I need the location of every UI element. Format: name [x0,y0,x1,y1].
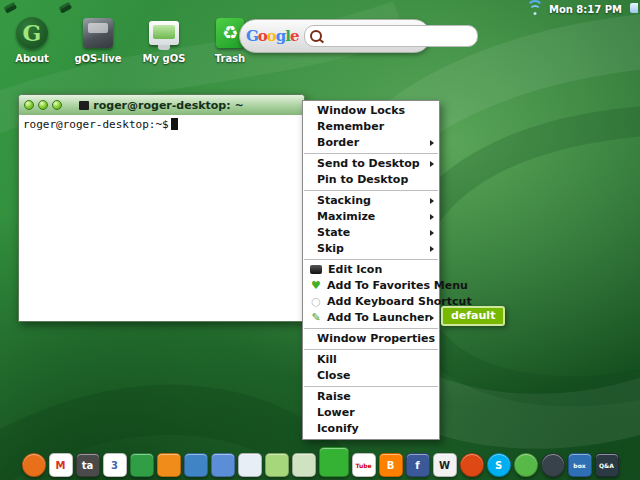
menu-item-add-to-favorites[interactable]: ♥Add To Favorites Menu [303,278,439,294]
dock-icon-faded-app[interactable] [292,453,316,477]
terminal-body[interactable]: roger@roger-desktop:~$ [19,115,304,320]
dock-icon-gmail[interactable]: M [49,453,73,477]
dock-icon-skype[interactable]: S [487,453,511,477]
monitor-icon [149,21,179,45]
submenu-arrow-icon [430,198,434,204]
dock: Mta3TubeBfWSboxQ&A [0,447,640,477]
clock-area: Mon 8:17 PM [527,2,622,16]
menu-item-raise[interactable]: Raise [303,389,439,405]
menu-item-add-to-launcher[interactable]: ✎Add To Launcher [303,310,439,326]
desktop-icon-label: gOS-live [72,53,124,64]
terminal-cursor [171,118,178,130]
dock-icon-gos-leaf[interactable] [319,447,349,477]
window-button-shade[interactable] [38,100,48,110]
menu-item-maximize[interactable]: Maximize [303,209,439,225]
window-context-menu: Window Locks Remember Border Send to Des… [302,100,440,440]
applet-icon-2[interactable] [60,3,74,15]
dock-icon-blogger[interactable]: B [379,453,403,477]
submenu-arrow-icon [430,230,434,236]
search-input[interactable] [326,29,472,43]
live-cd-icon [83,18,113,48]
dock-icon-facebook[interactable]: f [406,453,430,477]
submenu-arrow-icon [430,161,434,167]
menu-separator [304,328,438,329]
submenu-arrow-icon [430,214,434,220]
menu-item-pin-to-desktop[interactable]: Pin to Desktop [303,172,439,188]
dock-icon-ubuntu[interactable] [460,453,484,477]
menu-item-skip[interactable]: Skip [303,241,439,257]
desktop-icon-about[interactable]: G About [6,16,58,64]
desktop-icon-gos-live[interactable]: gOS-live [72,16,124,64]
dock-icon-meebo[interactable]: ta [76,453,100,477]
menu-item-state[interactable]: State [303,225,439,241]
dock-icon-qa[interactable]: Q&A [595,453,619,477]
dock-icon-dark-app[interactable] [541,453,565,477]
desktop-icon-row: G About gOS-live My gOS ♻ Trash [6,16,256,64]
terminal-window: roger@roger-desktop: ~ roger@roger-deskt… [18,94,305,322]
google-logo-letter: o [267,27,276,45]
menu-item-window-locks[interactable]: Window Locks [303,103,439,119]
menu-item-window-properties[interactable]: Window Properties [303,331,439,347]
network-signal-icon[interactable] [527,2,544,16]
google-logo-letter: o [258,27,267,45]
dock-icon-folders[interactable] [211,453,235,477]
desktop-icon-label: About [6,53,58,64]
dock-icon-notes[interactable] [265,453,289,477]
dock-icon-calendar[interactable]: 3 [103,453,127,477]
menu-item-remember[interactable]: Remember [303,119,439,135]
terminal-titlebar[interactable]: roger@roger-desktop: ~ [19,95,304,115]
dock-icon-docs-green[interactable] [130,453,154,477]
google-search-widget: Google [239,19,431,53]
submenu-arrow-icon [430,140,434,146]
dock-icon-box[interactable]: box [568,453,592,477]
gos-logo-icon: G [16,17,48,49]
menu-separator [304,349,438,350]
dock-icon-evergreen[interactable] [514,453,538,477]
edit-icon [310,265,322,274]
menu-item-kill[interactable]: Kill [303,352,439,368]
desktop-icon-label: Trash [204,53,256,64]
menu-item-border[interactable]: Border [303,135,439,151]
dock-icon-document[interactable] [238,453,262,477]
dock-icon-youtube[interactable]: Tube [352,453,376,477]
menu-separator [304,153,438,154]
submenu-item-default[interactable]: default [441,306,505,326]
menu-separator [304,190,438,191]
menu-item-iconify[interactable]: Iconify [303,421,439,437]
dock-icon-wikipedia[interactable]: W [433,453,457,477]
dock-icon-talk[interactable] [184,453,208,477]
desktop-icon-my-gos[interactable]: My gOS [138,16,190,64]
google-logo-letter: e [290,27,299,45]
desktop-icon-label: My gOS [138,53,190,64]
menu-separator [304,386,438,387]
menu-separator [304,259,438,260]
menu-item-edit-icon[interactable]: Edit Icon [303,262,439,278]
dock-icon-reader[interactable] [157,453,181,477]
menu-item-send-to-desktop[interactable]: Send to Desktop [303,156,439,172]
window-button-menu[interactable] [24,100,34,110]
clock-label: Mon 8:17 PM [549,4,622,15]
dock-icon-firefox[interactable] [22,453,46,477]
search-icon [310,30,322,42]
terminal-prompt: roger@roger-desktop:~$ [23,118,169,131]
submenu-arrow-icon [430,246,434,252]
google-logo-letter: g [276,27,286,45]
menu-item-stacking[interactable]: Stacking [303,193,439,209]
favorites-heart-icon: ♥ [309,279,323,293]
google-logo: Google [246,27,299,45]
menu-item-lower[interactable]: Lower [303,405,439,421]
menu-item-close[interactable]: Close [303,368,439,384]
window-button-iconify[interactable] [52,100,62,110]
applet-icon-1[interactable] [5,3,19,15]
edge-applet-icon[interactable] [630,3,638,13]
desktop: { "theme": { "desktop_green": "#2a7d35",… [0,0,640,480]
keyboard-shortcut-icon: ○ [309,295,323,309]
submenu-arrow-icon [430,315,434,321]
launcher-pencil-icon: ✎ [309,311,323,325]
menu-item-add-keyboard-shortcut[interactable]: ○Add Keyboard Shortcut [303,294,439,310]
google-logo-letter: G [246,27,258,45]
terminal-icon [79,101,89,110]
search-field [304,25,478,47]
